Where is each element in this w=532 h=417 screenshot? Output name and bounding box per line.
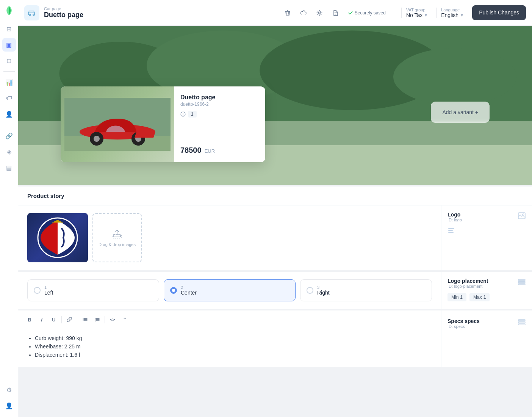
add-variant-button[interactable]: Add a variant + [442,109,478,115]
text-align-icon [448,227,455,234]
placement-field-info: Logo placement ID: logo-placement [448,278,488,288]
text-toolbar: B I U 1.2.3. <> " [18,310,441,329]
spec-item-3: Displacement: 1.6 l [35,352,432,358]
car-info-panel: Duetto page duetto-1966-2 1 78500 EUR [174,86,265,162]
svg-rect-18 [49,231,51,242]
sidebar-icon-analytics[interactable]: 📊 [2,75,16,89]
topbar-actions: Securely saved [281,6,389,19]
placement-field-icon [518,278,526,288]
page-type-label: Car page [44,6,277,11]
toolbar-sep-3 [105,316,105,323]
underline-button[interactable]: U [49,314,59,325]
placement-left-info: 1 Left [44,285,53,296]
sidebar-icon-profile[interactable]: 👤 [2,399,16,412]
svg-point-28 [83,318,84,319]
specs-field-info: Specs specs ID: specs [448,318,480,329]
page-title: Duetto page [44,11,277,19]
logo-placement-section: 1 Left 2 Center 3 Ri [18,270,532,309]
alfa-romeo-image [27,213,88,262]
language-selector[interactable]: Language English ▾ [436,8,468,18]
main-content: Duetto page duetto-1966-2 1 78500 EUR Ad… [18,26,532,417]
bold-button[interactable]: B [24,314,35,325]
placement-center-info: 2 Center [181,285,197,296]
toolbar-sep-1 [61,316,62,323]
quote-button[interactable]: " [119,314,130,325]
document-button[interactable] [329,6,342,19]
specs-content-area[interactable]: Curb weight: 990 kg Wheelbase: 2.25 m Di… [18,329,441,367]
car-price: 78500 EUR [180,146,259,155]
sidebar-icon-grid[interactable]: ⊡ [2,54,16,67]
unordered-list-button[interactable] [80,314,90,325]
vat-chevron-icon: ▾ [425,13,427,18]
specs-editor-area: B I U 1.2.3. <> " [18,310,441,367]
radio-right-circle [307,287,313,294]
product-story-title: Product story [27,193,64,199]
topbar: Car page Duetto page Securely saved VAT … [18,0,532,26]
sidebar-icon-tags[interactable]: 🏷 [2,91,16,105]
cloud-sync-button[interactable] [297,6,310,19]
svg-point-30 [83,320,84,321]
saved-badge: Securely saved [345,10,389,16]
toolbar-sep-2 [77,316,77,323]
app-logo [3,5,15,17]
sidebar-icon-layers[interactable]: ▤ [2,161,16,174]
specs-section: B I U 1.2.3. <> " [18,309,532,367]
placement-option-left[interactable]: 1 Left [27,279,159,301]
logo-field-icon [518,212,526,222]
sidebar-icon-links[interactable]: 🔗 [2,129,16,143]
price-currency: EUR [205,148,215,154]
placement-options-area: 1 Left 2 Center 3 Ri [18,272,441,309]
logo-row: Drag & drop images Logo ID: logo [18,205,532,270]
svg-rect-34 [518,320,525,321]
image-drop-zone[interactable]: Drag & drop images [92,213,142,262]
delete-button[interactable] [281,6,294,19]
italic-button[interactable]: I [36,314,47,325]
svg-rect-36 [518,324,525,325]
link-button[interactable] [64,314,75,325]
settings-button[interactable] [313,6,326,19]
add-variant-area[interactable]: Add a variant + [431,102,490,123]
publish-button[interactable]: Publish Changes [472,5,526,20]
sidebar-icon-shapes[interactable]: ◈ [2,145,16,158]
svg-point-21 [523,214,524,215]
ordered-list-button[interactable]: 1.2.3. [92,314,102,325]
code-button[interactable]: <> [107,314,118,325]
svg-rect-19 [113,235,121,238]
sidebar-icon-settings[interactable]: ⚙ [2,383,16,397]
svg-point-12 [94,136,100,142]
specs-field-panel: Specs specs ID: specs [441,310,532,367]
min-label: Min [451,295,458,300]
svg-text:3.: 3. [95,320,96,322]
specs-field-id: ID: specs [448,324,480,329]
sidebar-icon-pages[interactable]: ▣ [2,38,16,52]
placement-right-info: 3 Right [317,285,330,296]
spec-item-1: Curb weight: 990 kg [35,335,432,341]
svg-rect-27 [518,284,525,285]
topbar-separator-1 [395,6,395,20]
vat-selector[interactable]: VAT group No Tax ▾ [401,8,432,18]
quantity-icon [180,111,186,117]
language-chevron-icon: ▾ [461,13,463,18]
vat-value: No Tax [406,12,422,18]
images-area: Drag & drop images [18,205,441,270]
price-amount: 78500 [180,146,202,155]
svg-rect-25 [518,279,525,281]
drop-zone-label: Drag & drop images [99,242,136,247]
placement-option-center[interactable]: 2 Center [164,279,296,301]
max-label: Max [473,295,482,300]
logo-field-id: ID: logo [448,218,462,222]
car-thumbnail [61,86,174,162]
sidebar-icon-users[interactable]: 👤 [2,107,16,121]
svg-rect-26 [518,282,525,283]
placement-option-right[interactable]: 3 Right [300,279,432,301]
sidebar-icon-home[interactable]: ⊞ [2,22,16,36]
vat-label: VAT group [406,8,426,12]
topbar-title-area: Car page Duetto page [44,6,277,19]
sidebar: ⊞ ▣ ⊡ 📊 🏷 👤 🔗 ◈ ▤ ⚙ 👤 [0,0,18,417]
spec-item-2: Wheelbase: 2.25 m [35,343,432,350]
language-label: Language [441,8,460,12]
car-product-card: Duetto page duetto-1966-2 1 78500 EUR [61,86,265,162]
specs-field-icon [518,318,526,328]
upload-icon [112,229,122,239]
svg-rect-35 [518,322,525,323]
